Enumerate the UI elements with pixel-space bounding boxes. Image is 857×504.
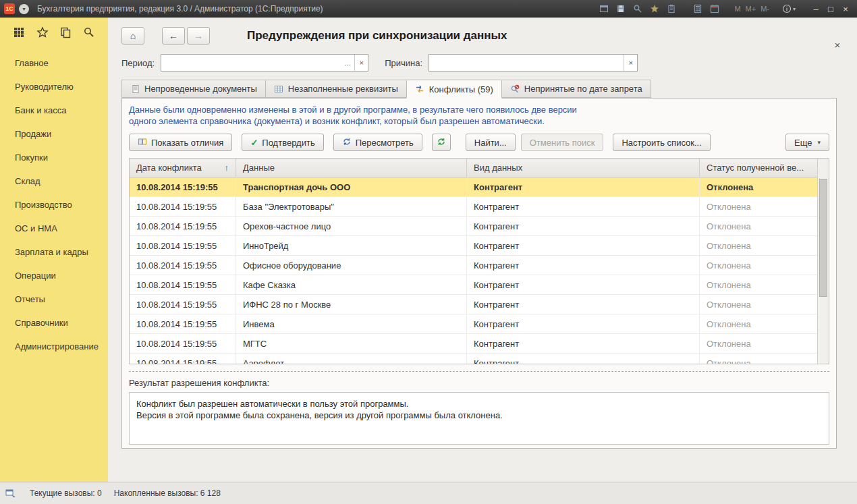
sidebar-item-1[interactable]: Руководителю — [0, 75, 108, 99]
period-clear-button[interactable]: × — [354, 55, 368, 71]
cell-date: 10.08.2014 15:19:55 — [130, 334, 236, 353]
show-differences-label: Показать отличия — [151, 138, 223, 148]
table-row[interactable]: 10.08.2014 15:19:55АэрофлотКонтрагентОтк… — [130, 354, 817, 364]
sidebar-item-7[interactable]: ОС и НМА — [0, 217, 108, 240]
column-header-status[interactable]: Статус полученной ве... — [700, 159, 817, 177]
sidebar-item-4[interactable]: Покупки — [0, 146, 108, 169]
reason-input[interactable] — [429, 55, 624, 71]
menu-grid-icon[interactable] — [12, 26, 26, 39]
column-header-data[interactable]: Данные — [236, 159, 467, 177]
new-window-icon[interactable] — [599, 3, 609, 14]
cell-status: Отклонена — [700, 354, 817, 364]
sidebar-menu: ГлавноеРуководителюБанк и кассаПродажиПо… — [0, 47, 108, 358]
scrollbar-thumb[interactable] — [819, 179, 827, 297]
sidebar-item-6[interactable]: Производство — [0, 193, 108, 217]
main-menu-button[interactable]: ▾ — [19, 4, 29, 14]
tab-0[interactable]: Непроведенные документы — [121, 80, 266, 98]
find-label: Найти... — [474, 138, 507, 148]
cell-data: Аэрофлот — [236, 354, 467, 364]
period-input[interactable] — [161, 55, 341, 71]
search-icon[interactable] — [632, 3, 643, 14]
cell-date: 10.08.2014 15:19:55 — [130, 354, 236, 364]
table-row[interactable]: 10.08.2014 15:19:55Офисное оборудованиеК… — [130, 256, 817, 275]
reason-label: Причина: — [385, 58, 422, 68]
info-button[interactable]: ▾ — [782, 4, 796, 13]
current-calls: Текущие вызовы: 0 — [30, 488, 102, 498]
sidebar-item-5[interactable]: Склад — [0, 169, 108, 193]
splitter[interactable] — [129, 371, 829, 372]
calendar-icon[interactable] — [709, 3, 720, 14]
period-picker-button[interactable]: ... — [341, 55, 354, 71]
sidebar-item-12[interactable]: Администрирование — [0, 335, 108, 358]
memory-button-1[interactable]: М+ — [746, 5, 756, 13]
table-row[interactable]: 10.08.2014 15:19:55Орехов-частное лицоКо… — [130, 217, 817, 236]
refresh-button[interactable] — [432, 134, 451, 151]
result-line-2: Версия в этой программе была сохранена, … — [136, 410, 822, 421]
table-row[interactable]: 10.08.2014 15:19:55ИнвемаКонтрагентОткло… — [130, 314, 817, 334]
sidebar-item-8[interactable]: Зарплата и кадры — [0, 240, 108, 264]
memory-button-0[interactable]: М — [734, 5, 740, 13]
cell-data: ИнноТрейд — [236, 236, 467, 255]
sidebar-item-0[interactable]: Главное — [0, 51, 108, 75]
sidebar-toolbar — [0, 18, 108, 47]
cell-status: Отклонена — [700, 197, 817, 216]
conflicts-table-body: 10.08.2014 15:19:55Транспортная дочь ООО… — [130, 177, 817, 364]
sidebar-item-10[interactable]: Отчеты — [0, 287, 108, 311]
calculator-icon[interactable] — [692, 3, 703, 14]
favorites-star-icon[interactable] — [649, 3, 660, 14]
sidebar-item-3[interactable]: Продажи — [0, 122, 108, 146]
cell-status: Отклонена — [700, 177, 817, 196]
memory-button-2[interactable]: М- — [761, 5, 769, 13]
favorites-star-icon[interactable] — [36, 26, 49, 39]
history-copy-icon[interactable] — [59, 26, 72, 39]
back-button[interactable]: ← — [162, 27, 185, 45]
review-button[interactable]: Пересмотреть — [333, 134, 422, 151]
save-icon[interactable] — [615, 3, 626, 14]
search-icon[interactable] — [82, 26, 96, 39]
table-row[interactable]: 10.08.2014 15:19:55ИнноТрейдКонтрагентОт… — [130, 236, 817, 256]
vertical-scrollbar[interactable] — [817, 159, 829, 364]
show-differences-button[interactable]: Показать отличия — [129, 134, 232, 151]
cell-kind: Контрагент — [467, 354, 700, 364]
table-row[interactable]: 10.08.2014 15:19:55Кафе СказкаКонтрагент… — [130, 275, 817, 295]
check-icon: ✓ — [250, 138, 258, 148]
cell-kind: Контрагент — [467, 197, 700, 216]
navigation-row: ⌂ ← → Предупреждения при синхронизации д… — [121, 26, 837, 45]
cell-data: ИФНС 28 по г Москве — [236, 295, 467, 314]
table-row[interactable]: 10.08.2014 15:19:55МГТСКонтрагентОтклоне… — [130, 334, 817, 354]
cancel-search-button[interactable]: Отменить поиск — [521, 134, 604, 151]
reason-clear-button[interactable]: × — [624, 55, 637, 71]
home-button[interactable]: ⌂ — [121, 27, 144, 45]
sidebar-item-9[interactable]: Операции — [0, 264, 108, 287]
more-button[interactable]: Еще ▾ — [785, 134, 829, 151]
conflicts-panel: Данные были одновременно изменены в этой… — [121, 98, 837, 449]
cell-data: Кафе Сказка — [236, 275, 467, 294]
configure-list-label: Настроить список... — [621, 138, 701, 148]
cell-kind: Контрагент — [467, 275, 700, 294]
maximize-button[interactable]: □ — [823, 2, 838, 16]
sidebar-item-11[interactable]: Справочники — [0, 311, 108, 335]
tab-1[interactable]: Незаполненные реквизиты — [265, 80, 407, 98]
column-header-date[interactable]: Дата конфликта ↑ — [130, 159, 236, 177]
tab-2[interactable]: Конфликты (59) — [406, 80, 502, 99]
sidebar-item-2[interactable]: Банк и касса — [0, 99, 108, 122]
forward-button[interactable]: → — [187, 27, 210, 45]
configure-list-button[interactable]: Настроить список... — [613, 134, 710, 151]
table-row[interactable]: 10.08.2014 15:19:55Транспортная дочь ООО… — [130, 177, 817, 197]
cell-status: Отклонена — [700, 236, 817, 255]
table-row[interactable]: 10.08.2014 15:19:55ИФНС 28 по г МосквеКо… — [130, 295, 817, 314]
confirm-button[interactable]: ✓ Подтвердить — [242, 134, 323, 151]
table-header: Дата конфликта ↑ Данные Вид данных Стату… — [130, 159, 817, 177]
tab-3[interactable]: Непринятые по дате запрета — [501, 80, 651, 98]
column-header-kind[interactable]: Вид данных — [467, 159, 700, 177]
close-button[interactable]: × — [838, 2, 853, 16]
minimize-button[interactable]: – — [808, 2, 823, 16]
accumulated-calls: Накопленные вызовы: 6 128 — [114, 488, 221, 498]
review-icon — [342, 137, 352, 148]
status-bar: Текущие вызовы: 0 Накопленные вызовы: 6 … — [0, 482, 857, 504]
find-button[interactable]: Найти... — [466, 134, 516, 151]
clipboard-icon[interactable] — [666, 3, 677, 14]
table-row[interactable]: 10.08.2014 15:19:55База "Электротовары"К… — [130, 197, 817, 217]
cell-data: Орехов-частное лицо — [236, 217, 467, 235]
page-close-button[interactable]: × — [831, 39, 844, 51]
